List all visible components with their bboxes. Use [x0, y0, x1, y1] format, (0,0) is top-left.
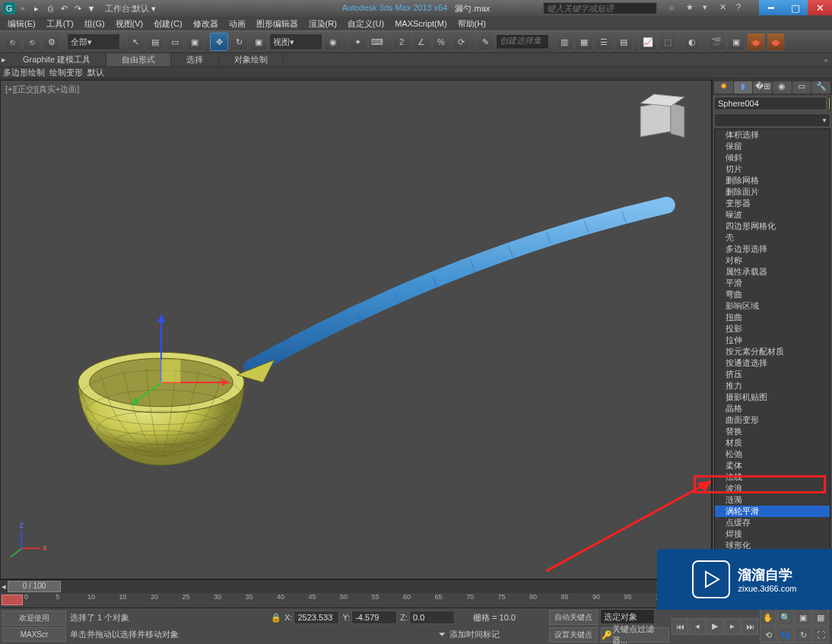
modifier-item[interactable]: 噪波	[715, 209, 830, 220]
modifier-item[interactable]: 四边形网格化	[715, 220, 830, 232]
nav-pan-icon[interactable]: ✋	[760, 609, 776, 626]
schematic-icon[interactable]: ⬚	[659, 33, 677, 51]
menu-item[interactable]: MAXScript(M)	[390, 19, 451, 28]
menu-item[interactable]: 渲染(R)	[304, 18, 341, 30]
pivot-icon[interactable]: ◉	[324, 33, 342, 51]
ribbon-toggle-icon[interactable]: ▤	[614, 33, 633, 51]
render-prod-icon[interactable]: 🫖	[767, 33, 785, 51]
modifier-item[interactable]: 摄影机贴图	[715, 392, 830, 403]
modifier-item[interactable]: 保留	[715, 141, 830, 152]
object-name-input[interactable]	[714, 97, 827, 110]
modifier-item[interactable]: 变形器	[715, 198, 830, 209]
ribbon-expand-icon[interactable]: ▸	[0, 55, 8, 65]
undo-icon[interactable]: ↶	[58, 2, 70, 14]
workspace-selector[interactable]: 工作台:默认 ▾	[100, 3, 160, 14]
nav-roll-icon[interactable]: ↻	[795, 627, 811, 643]
modifier-item[interactable]: 挤压	[715, 369, 830, 380]
window-crossing-icon[interactable]: ▣	[186, 33, 204, 51]
menu-item[interactable]: 修改器	[189, 18, 223, 30]
menu-item[interactable]: 视图(V)	[111, 18, 148, 30]
ribbon-tab-selection[interactable]: 选择	[171, 53, 219, 66]
ribbon-tab-graphite[interactable]: Graphite 建模工具	[8, 53, 106, 66]
scale-icon[interactable]: ▣	[249, 33, 268, 51]
select-name-icon[interactable]: ▤	[146, 33, 164, 51]
select-region-icon[interactable]: ▭	[166, 33, 184, 51]
maximize-button[interactable]: ▢	[783, 0, 808, 15]
motion-tab-icon[interactable]: ◉	[773, 81, 792, 94]
snap-angle-icon[interactable]: ∠	[412, 33, 430, 51]
display-tab-icon[interactable]: ▭	[792, 81, 811, 94]
modifier-list-dropdown[interactable]	[714, 113, 830, 127]
modifier-item[interactable]: 属性承载器	[715, 266, 830, 278]
menu-item[interactable]: 自定义(U)	[343, 18, 389, 30]
open-icon[interactable]: ▸	[30, 2, 43, 14]
ribbon-tab-freeform[interactable]: 自由形式	[106, 53, 171, 66]
rendered-frame-icon[interactable]: ▣	[727, 33, 745, 51]
infocenter-icon[interactable]: ⌕	[669, 2, 681, 14]
menu-item[interactable]: 创建(C)	[149, 18, 186, 30]
modifier-item[interactable]: 平滑	[715, 278, 830, 289]
app-icon[interactable]: G	[3, 2, 15, 14]
align-icon[interactable]: ▦	[575, 33, 593, 51]
curve-editor-icon[interactable]: 📈	[639, 33, 657, 51]
menu-item[interactable]: 帮助(H)	[453, 18, 491, 30]
snap-2d-icon[interactable]: 2	[392, 33, 411, 51]
menu-item[interactable]: 工具(T)	[42, 18, 78, 30]
modifier-item[interactable]: 删除面片	[715, 186, 830, 198]
ref-coord-dropdown[interactable]: 视图 ▾	[269, 33, 322, 50]
help-icon[interactable]: ?	[736, 2, 748, 14]
save-icon[interactable]: ⎙	[44, 2, 56, 14]
goto-start-icon[interactable]: ⏮	[672, 618, 688, 635]
move-icon[interactable]: ✥	[210, 33, 228, 51]
modifier-item[interactable]: 多边形选择	[715, 243, 830, 255]
modifier-item[interactable]: 对称	[715, 255, 830, 266]
time-slider-thumb[interactable]: 0 / 100	[8, 581, 61, 592]
modifier-item[interactable]: 焊接	[715, 528, 830, 540]
rotate-icon[interactable]: ↻	[230, 33, 248, 51]
ribbon2-polydraw[interactable]: 多边形绘制	[3, 67, 45, 78]
modifier-item[interactable]: 晶格	[715, 403, 830, 414]
modifier-item[interactable]: 删除网格	[715, 175, 830, 186]
coord-x-input[interactable]	[294, 611, 339, 624]
play-icon[interactable]: ▶	[707, 618, 723, 635]
create-tab-icon[interactable]: ✸	[714, 81, 733, 94]
keyboard-icon[interactable]: ⌨	[368, 33, 386, 51]
render-setup-icon[interactable]: 🎬	[707, 33, 726, 51]
new-icon[interactable]: ▫	[17, 2, 29, 14]
spinner-snap-icon[interactable]: ⟳	[452, 33, 470, 51]
modify-tab-icon[interactable]: ◗	[734, 81, 753, 94]
unlink-icon[interactable]: ⎋	[23, 33, 41, 51]
layers-icon[interactable]: ☰	[595, 33, 613, 51]
material-editor-icon[interactable]: ◐	[683, 33, 701, 51]
keyfilter-button[interactable]: 🔑关键点过滤器...	[601, 627, 669, 642]
autokey-button[interactable]: 自动关键点	[549, 610, 598, 625]
key-target-input[interactable]	[600, 609, 655, 624]
next-frame-icon[interactable]: ▸	[724, 618, 741, 635]
signin-icon[interactable]: ▾	[703, 2, 715, 14]
slider-left-icon[interactable]: ◂	[0, 582, 8, 592]
menu-item[interactable]: 图形编辑器	[252, 18, 303, 30]
mirror-icon[interactable]: ▥	[555, 33, 573, 51]
modifier-item[interactable]: 推力	[715, 380, 830, 392]
named-sel-edit-icon[interactable]: ✎	[476, 33, 494, 51]
lock-icon[interactable]: 🔒	[271, 613, 281, 623]
coord-z-input[interactable]	[409, 611, 455, 624]
modifier-item[interactable]: 切片	[715, 163, 830, 175]
time-tag-icon[interactable]: ⏷	[438, 630, 446, 639]
add-time-tag[interactable]: 添加时间标记	[449, 629, 500, 640]
modifier-item[interactable]: 拉伸	[715, 335, 830, 346]
modifier-item[interactable]: 按元素分配材质	[715, 346, 830, 357]
modifier-item[interactable]: 壳	[715, 232, 830, 243]
modifier-item[interactable]: 影响区域	[715, 300, 830, 312]
maxscript-button[interactable]: MAXScr	[2, 627, 66, 642]
hierarchy-tab-icon[interactable]: �⊞	[753, 81, 772, 94]
nav-fov-icon[interactable]: ▣	[795, 609, 811, 626]
nav-walk-icon[interactable]: 👣	[777, 627, 794, 643]
time-zero-marker[interactable]	[2, 595, 23, 605]
modifier-item[interactable]: 曲面变形	[715, 414, 830, 426]
exchange-icon[interactable]: ✕	[719, 2, 732, 14]
modifier-item[interactable]: 替换	[715, 426, 830, 437]
modifier-item[interactable]: 倾斜	[715, 152, 830, 163]
coord-y-input[interactable]	[351, 611, 397, 624]
modifier-item[interactable]: 点缓存	[715, 517, 830, 528]
